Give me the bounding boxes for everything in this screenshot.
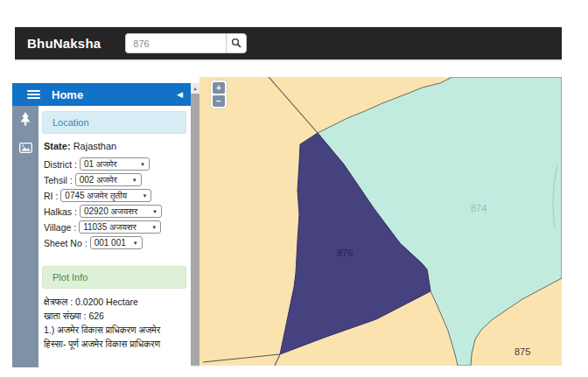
chevron-down-icon: ▼ [132,178,137,183]
district-select[interactable]: 01 अजमेर ▼ [80,157,150,171]
plot-khata-number: खाता संख्या : 626 [44,309,185,323]
location-section: State: Rajasthan District : 01 अजमेर ▼ T… [42,134,186,254]
plot-share: हिस्सा- पूर्ण अजमेर विकास प्राधिकरण [44,337,185,351]
village-row: Village : 11035 अजयसर ▼ [44,220,185,234]
app-logo: BhuNaksha [27,36,101,51]
map-viewport[interactable]: 876 874 875 + − [200,77,562,366]
tehsil-select[interactable]: 002 अजमेर ▼ [75,173,142,186]
sheet-no-row: Sheet No : 001 001 ▼ [44,236,185,249]
plot-label-876: 876 [337,248,353,258]
state-value: Rajasthan [74,141,117,151]
village-select[interactable]: 11035 अजयसर ▼ [79,220,161,234]
plot-owner: 1.) अजमेर विकास प्राधिकरण अजमेर [44,323,185,337]
sidebar-panel: Home ◀ [12,83,200,367]
tehsil-row: Tehsil : 002 अजमेर ▼ [44,173,185,186]
tree-layers-button[interactable] [18,113,33,129]
location-section-title: Location [42,111,186,134]
image-icon [19,141,32,157]
chevron-down-icon: ▼ [142,193,147,199]
district-row: District : 01 अजमेर ▼ [44,157,185,171]
sidebar-title: Home [52,88,177,101]
search-input[interactable] [125,33,226,53]
state-label: State: [44,141,71,151]
search-button[interactable] [226,33,247,53]
plot-info-section-title: Plot Info [42,266,186,289]
search-icon [231,36,242,52]
plot-label-874: 874 [471,203,486,213]
boundary-line-top [269,77,318,133]
menu-icon[interactable] [27,88,40,101]
state-row: State: Rajasthan [44,141,185,151]
sidebar-scrollbar[interactable]: ▲ [191,83,200,367]
app-header: BhuNaksha [15,27,562,61]
plot-info-section: क्षेत्रफल : 0.0200 Hectare खाता संख्या :… [42,289,186,351]
scrollbar-thumb[interactable] [191,94,200,366]
cadastral-map: 876 874 875 [200,77,562,366]
chevron-down-icon: ▼ [140,162,145,167]
zoom-in-button[interactable]: + [213,82,225,94]
sidebar-header: Home ◀ [12,83,191,106]
sheet-no-select[interactable]: 001 001 ▼ [90,236,143,249]
plot-label-875: 875 [514,346,530,357]
chevron-down-icon: ▼ [133,241,138,246]
sidebar-icon-strip [12,106,38,367]
halkas-select[interactable]: 02920 अजयसर ▼ [80,205,162,218]
ri-select[interactable]: 0745 अजमेर तृतीय ▼ [60,189,151,202]
search-group [125,33,247,53]
halkas-row: Halkas : 02920 अजयसर ▼ [44,205,185,218]
image-export-button[interactable] [18,141,33,157]
chevron-down-icon: ▼ [152,209,158,214]
map-zoom-control: + − [211,80,227,108]
zoom-out-button[interactable]: − [213,95,225,107]
plot-area: क्षेत्रफल : 0.0200 Hectare [44,295,185,309]
scroll-up-icon[interactable]: ▲ [191,83,200,93]
boundary-line-bottom-left [203,354,280,362]
tree-icon [19,112,32,129]
collapse-panel-icon[interactable]: ◀ [177,91,183,99]
chevron-down-icon: ▼ [151,225,157,230]
ri-row: RI : 0745 अजमेर तृतीय ▼ [44,189,185,202]
boundary-line-bottom [275,354,280,366]
